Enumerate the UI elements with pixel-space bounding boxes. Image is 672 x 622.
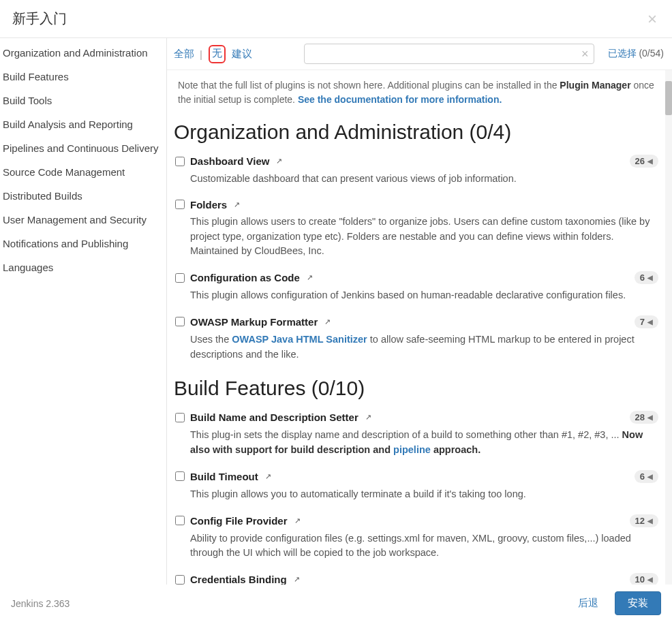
sidebar-item[interactable]: Build Analysis and Reporting bbox=[0, 112, 166, 136]
external-link-icon[interactable]: ↗ bbox=[294, 575, 300, 584]
main-area: Organization and AdministrationBuild Fea… bbox=[0, 38, 672, 590]
plugin-name[interactable]: Dashboard View bbox=[190, 155, 269, 167]
plugin-checkbox[interactable] bbox=[175, 471, 185, 481]
plugin-header: Build Name and Description Setter↗28◀ bbox=[175, 411, 658, 424]
plugin-description: This plugin allows users to create "fold… bbox=[175, 211, 658, 259]
dependency-badge[interactable]: 6◀ bbox=[635, 271, 658, 284]
description-link[interactable]: pipeline bbox=[393, 444, 431, 455]
section-title: Build Features (0/10) bbox=[167, 369, 667, 405]
plugin-header: Folders↗ bbox=[175, 199, 658, 211]
plugin-item: OWASP Markup Formatter↗7◀Uses the OWASP … bbox=[167, 310, 667, 369]
description-text: Uses the bbox=[190, 334, 232, 345]
content-wrap: 全部 | 无 建议 × 已选择 (0/54) Note that the ful… bbox=[167, 38, 672, 589]
external-link-icon[interactable]: ↗ bbox=[324, 317, 331, 326]
plugin-checkbox[interactable] bbox=[175, 200, 185, 209]
plugin-item: Build Name and Description Setter↗28◀Thi… bbox=[167, 405, 667, 465]
description-text: This plugin allows users to create "fold… bbox=[190, 216, 650, 257]
footer: Jenkins 2.363 后退 安装 bbox=[0, 585, 672, 622]
sidebar-item[interactable]: Build Features bbox=[0, 65, 166, 89]
close-icon[interactable]: × bbox=[645, 11, 660, 27]
badge-count: 6 bbox=[640, 273, 645, 283]
notice-doc-link[interactable]: See the documentation for more informati… bbox=[298, 94, 502, 105]
external-link-icon[interactable]: ↗ bbox=[265, 472, 271, 481]
dependency-badge[interactable]: 26◀ bbox=[630, 155, 658, 168]
plugin-description: Ability to provide configuration files (… bbox=[175, 527, 658, 561]
plugin-name[interactable]: Config File Provider bbox=[190, 515, 288, 527]
scrollbar-thumb[interactable] bbox=[665, 81, 672, 115]
plugin-item: Dashboard View↗26◀Customizable dashboard… bbox=[167, 149, 667, 193]
external-link-icon[interactable]: ↗ bbox=[307, 273, 313, 282]
jenkins-version: Jenkins 2.363 bbox=[11, 598, 70, 609]
category-sidebar: Organization and AdministrationBuild Fea… bbox=[0, 38, 167, 589]
install-button[interactable]: 安装 bbox=[615, 591, 661, 615]
plugin-checkbox[interactable] bbox=[175, 575, 185, 585]
description-text: Ability to provide configuration files (… bbox=[190, 533, 631, 559]
plugin-checkbox[interactable] bbox=[175, 273, 185, 283]
plugin-name[interactable]: Configuration as Code bbox=[190, 272, 300, 283]
plugin-description: This plug-in sets the display name and d… bbox=[175, 424, 658, 458]
caret-left-icon: ◀ bbox=[647, 473, 653, 480]
sidebar-item[interactable]: Pipelines and Continuous Delivery bbox=[0, 136, 166, 160]
section-title: Organization and Administration (0/4) bbox=[167, 112, 667, 149]
caret-left-icon: ◀ bbox=[647, 318, 653, 326]
plugin-name[interactable]: OWASP Markup Formatter bbox=[190, 316, 318, 328]
sidebar-item[interactable]: Languages bbox=[0, 255, 166, 279]
dependency-badge[interactable]: 7◀ bbox=[635, 315, 658, 328]
notice-bold: Plugin Manager bbox=[560, 80, 630, 91]
filter-suggested[interactable]: 建议 bbox=[232, 48, 252, 61]
description-link[interactable]: OWASP Java HTML Sanitizer bbox=[232, 334, 367, 345]
badge-count: 12 bbox=[635, 516, 645, 526]
sidebar-item[interactable]: Notifications and Publishing bbox=[0, 232, 166, 255]
plugin-name[interactable]: Folders bbox=[190, 199, 227, 211]
sidebar-item[interactable]: Organization and Administration bbox=[0, 41, 166, 65]
search-box: × bbox=[304, 44, 594, 64]
selected-fraction: (0/54) bbox=[639, 48, 664, 59]
badge-count: 28 bbox=[635, 412, 645, 422]
description-text: This plugin allows configuration of Jenk… bbox=[190, 290, 626, 300]
caret-left-icon: ◀ bbox=[647, 576, 653, 583]
selected-count: 已选择 (0/54) bbox=[608, 48, 664, 60]
plugin-item: Configuration as Code↗6◀This plugin allo… bbox=[167, 266, 667, 310]
sidebar-item[interactable]: Source Code Management bbox=[0, 160, 166, 184]
description-text: Customizable dashboard that can present … bbox=[190, 173, 517, 184]
dependency-badge[interactable]: 12◀ bbox=[630, 514, 658, 527]
plugin-checkbox[interactable] bbox=[175, 413, 185, 422]
plugin-header: OWASP Markup Formatter↗7◀ bbox=[175, 315, 658, 328]
plugin-checkbox[interactable] bbox=[175, 516, 185, 525]
badge-count: 10 bbox=[635, 574, 645, 585]
clear-search-icon[interactable]: × bbox=[581, 47, 589, 61]
plugin-description: This plugin allows you to automatically … bbox=[175, 483, 658, 502]
sidebar-item[interactable]: User Management and Security bbox=[0, 208, 166, 232]
plugin-name[interactable]: Build Name and Description Setter bbox=[190, 411, 358, 423]
modal-title: 新手入门 bbox=[12, 10, 67, 28]
sidebar-item[interactable]: Distributed Builds bbox=[0, 184, 166, 208]
description-bold: approach. bbox=[431, 444, 480, 455]
plugin-item: Build Timeout↗6◀This plugin allows you t… bbox=[167, 465, 667, 509]
plugin-description: Customizable dashboard that can present … bbox=[175, 168, 658, 187]
plugin-header: Build Timeout↗6◀ bbox=[175, 470, 658, 483]
plugin-item: Config File Provider↗12◀Ability to provi… bbox=[167, 509, 667, 568]
plugin-checkbox[interactable] bbox=[175, 157, 185, 166]
modal-header: 新手入门 × bbox=[0, 0, 672, 38]
description-text: This plug-in sets the display name and d… bbox=[190, 429, 622, 440]
external-link-icon[interactable]: ↗ bbox=[294, 516, 301, 525]
plugin-header: Dashboard View↗26◀ bbox=[175, 155, 658, 168]
footer-actions: 后退 安装 bbox=[570, 591, 661, 615]
filter-all[interactable]: 全部 bbox=[174, 48, 194, 61]
scrollbar-track bbox=[665, 70, 672, 589]
badge-count: 6 bbox=[640, 471, 645, 482]
filter-none[interactable]: 无 bbox=[212, 47, 222, 59]
external-link-icon[interactable]: ↗ bbox=[234, 200, 240, 209]
external-link-icon[interactable]: ↗ bbox=[365, 413, 371, 422]
dependency-badge[interactable]: 28◀ bbox=[630, 411, 658, 424]
plugin-name[interactable]: Credentials Binding bbox=[190, 574, 287, 585]
caret-left-icon: ◀ bbox=[647, 274, 653, 281]
plugin-name[interactable]: Build Timeout bbox=[190, 471, 258, 482]
dependency-badge[interactable]: 6◀ bbox=[635, 470, 658, 483]
sidebar-item[interactable]: Build Tools bbox=[0, 89, 166, 112]
back-button[interactable]: 后退 bbox=[570, 593, 607, 614]
search-input[interactable] bbox=[304, 44, 594, 64]
plugin-description: This plugin allows configuration of Jenk… bbox=[175, 284, 658, 303]
plugin-checkbox[interactable] bbox=[175, 317, 185, 326]
external-link-icon[interactable]: ↗ bbox=[276, 157, 282, 166]
